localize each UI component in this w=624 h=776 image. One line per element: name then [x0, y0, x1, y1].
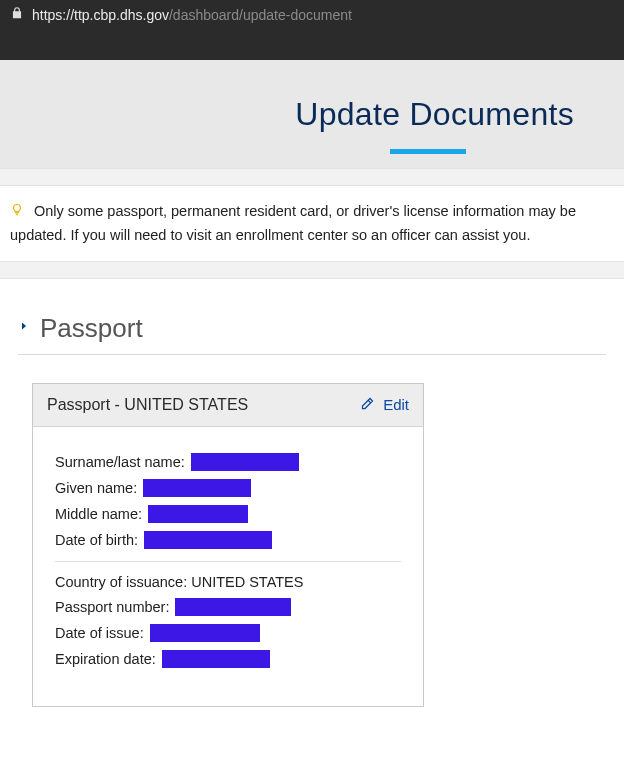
redacted-value	[143, 479, 251, 497]
passport-section: Passport Passport - UNITED STATES Edit S…	[0, 279, 624, 727]
row-date-of-issue: Date of issue:	[55, 624, 401, 642]
label-country: Country of issuance:	[55, 574, 187, 590]
row-expiration: Expiration date:	[55, 650, 401, 668]
info-notice: Only some passport, permanent resident c…	[0, 186, 624, 261]
redacted-value	[150, 624, 260, 642]
row-dob: Date of birth:	[55, 531, 401, 549]
address-host: https://ttp.cbp.dhs.gov	[32, 7, 169, 23]
edit-icon	[360, 396, 375, 414]
row-given-name: Given name:	[55, 479, 401, 497]
chevron-right-icon	[18, 319, 30, 337]
card-body: Surname/last name: Given name: Middle na…	[33, 427, 423, 706]
label-surname: Surname/last name:	[55, 454, 185, 470]
label-given: Given name:	[55, 480, 137, 496]
redacted-value	[162, 650, 270, 668]
row-middle-name: Middle name:	[55, 505, 401, 523]
info-text: Only some passport, permanent resident c…	[10, 203, 576, 243]
row-passport-number: Passport number:	[55, 598, 401, 616]
label-middle: Middle name:	[55, 506, 142, 522]
card-title: Passport - UNITED STATES	[47, 396, 248, 414]
label-exp: Expiration date:	[55, 651, 156, 667]
address-path: /dashboard/update-document	[169, 7, 352, 23]
redacted-value	[175, 598, 291, 616]
passport-card: Passport - UNITED STATES Edit Surname/la…	[32, 383, 424, 707]
divider-strip-2	[0, 261, 624, 279]
page-banner: Update Documents	[0, 60, 624, 168]
edit-label: Edit	[383, 396, 409, 413]
row-country: Country of issuance: UNITED STATES	[55, 574, 401, 590]
card-divider	[55, 561, 401, 562]
redacted-value	[144, 531, 272, 549]
title-underline	[390, 149, 466, 154]
label-doi: Date of issue:	[55, 625, 144, 641]
address-inner: https://ttp.cbp.dhs.gov/dashboard/update…	[10, 2, 352, 24]
redacted-value	[148, 505, 248, 523]
redacted-value	[191, 453, 299, 471]
section-title: Passport	[40, 313, 143, 344]
address-bar: https://ttp.cbp.dhs.gov/dashboard/update…	[0, 0, 624, 60]
divider-strip	[0, 168, 624, 186]
label-passnum: Passport number:	[55, 599, 169, 615]
value-country: UNITED STATES	[191, 574, 303, 590]
card-header: Passport - UNITED STATES Edit	[33, 384, 423, 427]
row-surname: Surname/last name:	[55, 453, 401, 471]
section-header[interactable]: Passport	[18, 313, 606, 355]
label-dob: Date of birth:	[55, 532, 138, 548]
page-title: Update Documents	[295, 96, 574, 133]
lightbulb-icon	[10, 205, 28, 221]
edit-button[interactable]: Edit	[360, 396, 409, 414]
address-text[interactable]: https://ttp.cbp.dhs.gov/dashboard/update…	[32, 7, 352, 23]
lock-icon	[10, 6, 24, 24]
